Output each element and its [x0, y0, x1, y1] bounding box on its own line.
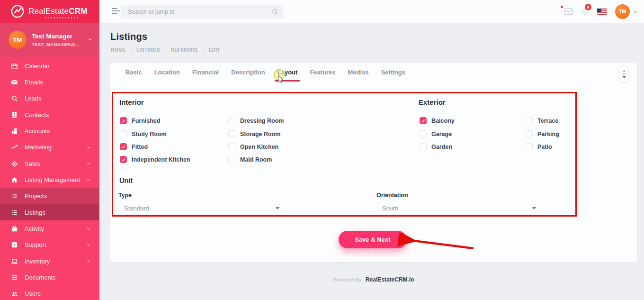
tabs-scroll-control[interactable]: [619, 66, 628, 82]
checkbox-garage[interactable]: Garage: [420, 130, 452, 137]
sidebar-item-documents[interactable]: Documents: [0, 269, 99, 285]
notifications-button[interactable]: 0: [581, 7, 589, 16]
checkbox[interactable]: [120, 143, 127, 150]
target-icon: [10, 160, 18, 167]
checkbox-study-room[interactable]: Study Room: [120, 130, 167, 137]
page-title: Listings: [110, 31, 147, 42]
profile-menu-button[interactable]: TM: [615, 4, 630, 19]
checkbox-independent-kitchen[interactable]: Independent Kitchen: [120, 156, 190, 163]
chevron-up-icon: [623, 70, 626, 72]
sidebar-item-contacts[interactable]: Contacts: [0, 107, 99, 123]
checkbox-maid-room[interactable]: Maid Room: [228, 156, 272, 163]
sidebar-item-label: Support: [25, 241, 46, 248]
checkbox[interactable]: [526, 117, 533, 124]
checkbox[interactable]: [420, 143, 427, 150]
breadcrumb-listings[interactable]: LISTINGS: [136, 47, 160, 53]
sidebar-item-projects[interactable]: Projects: [0, 188, 99, 204]
sidebar-item-users[interactable]: Users: [0, 286, 99, 300]
sidebar-item-leads[interactable]: Leads: [0, 91, 99, 107]
search-icon: [10, 95, 18, 102]
brand-logo[interactable]: RealEstateCRM: [0, 0, 99, 23]
tab-medias[interactable]: Medias: [348, 69, 369, 82]
tab-basic[interactable]: Basic: [125, 69, 142, 82]
interior-section-title: Interior: [119, 98, 144, 106]
powered-by-text: Powered By: [333, 277, 361, 282]
tab-location[interactable]: Location: [154, 69, 180, 82]
checkbox[interactable]: [420, 117, 427, 124]
sidebar-item-marketing[interactable]: Marketing: [0, 139, 99, 155]
breadcrumb: HOME› LISTINGS› REF000001› EDIT: [111, 47, 220, 53]
checkbox[interactable]: [120, 130, 127, 137]
checkbox-label: Garden: [431, 144, 452, 150]
checkbox-furnished[interactable]: Furnished: [120, 117, 160, 124]
breadcrumb-ref[interactable]: REF000001: [170, 47, 198, 53]
sidebar-item-activity[interactable]: Activity: [0, 220, 99, 236]
chevron-down-icon: [86, 227, 91, 231]
chevron-down-icon: [276, 207, 279, 209]
checkbox-garden[interactable]: Garden: [420, 143, 452, 150]
menu-toggle-icon[interactable]: [112, 8, 120, 15]
tab-financial[interactable]: Financial: [192, 69, 219, 82]
checkbox-balcony[interactable]: Balcony: [420, 117, 455, 124]
checkbox[interactable]: [526, 143, 533, 150]
checkbox[interactable]: [420, 130, 427, 137]
help-icon: ?: [10, 241, 18, 249]
chevron-down-icon: [86, 243, 91, 247]
calendar-icon: [10, 62, 18, 70]
sidebar-item-support[interactable]: ? Support: [0, 237, 99, 253]
search-icon: [271, 8, 278, 15]
sidebar-item-label: Users: [25, 290, 41, 297]
tab-layout[interactable]: Layout: [277, 69, 298, 82]
orientation-field-label: Orientation: [376, 192, 408, 199]
checkbox-open-kitchen[interactable]: Open Kitchen: [228, 143, 278, 150]
checkbox[interactable]: [228, 156, 235, 163]
checkbox-storage-room[interactable]: Storage Room: [228, 130, 280, 137]
footer: Powered By RealEstateCRM.io: [110, 275, 637, 283]
sidebar-user-menu[interactable]: TM Test Manager TEST_MANAGER@...: [0, 23, 99, 57]
messages-button[interactable]: [564, 8, 573, 15]
contact-card-icon: [10, 111, 18, 118]
sidebar-item-emails[interactable]: Emails: [0, 74, 99, 90]
search-input[interactable]: [128, 9, 271, 15]
unread-indicator: [561, 6, 563, 8]
checkbox[interactable]: [228, 117, 235, 124]
sidebar-item-listings[interactable]: Listings: [0, 204, 99, 220]
sidebar-item-accounts[interactable]: Accounts: [0, 123, 99, 139]
checkbox-fitted[interactable]: Fitted: [120, 143, 148, 150]
brand-name-bold: CRM: [69, 7, 87, 16]
sidebar-item-listing-management[interactable]: Listing Management: [0, 172, 99, 188]
checkbox-dressing-room[interactable]: Dressing Room: [228, 117, 284, 124]
orientation-select-value: South: [382, 205, 398, 212]
user-email: TEST_MANAGER@...: [32, 42, 80, 47]
briefcase-icon: [10, 225, 18, 233]
orientation-select[interactable]: South: [376, 202, 540, 215]
chevron-down-icon[interactable]: ▾: [634, 9, 636, 14]
user-meta: Test Manager TEST_MANAGER@...: [32, 33, 80, 47]
checkbox-parking[interactable]: Parking: [526, 130, 559, 137]
checkbox-label: Balcony: [431, 118, 455, 124]
app-window: RealEstateCRM TM Test Manager TEST_MANAG…: [0, 0, 644, 300]
checkbox[interactable]: [120, 156, 127, 163]
tab-settings[interactable]: Settings: [381, 69, 405, 82]
type-select[interactable]: Standard: [118, 202, 283, 215]
checkbox[interactable]: [228, 143, 235, 150]
save-next-button[interactable]: Save & Next: [339, 231, 407, 248]
checkbox-label: Dressing Room: [240, 118, 284, 124]
sidebar-item-sales[interactable]: Sales: [0, 155, 99, 172]
checkbox[interactable]: [228, 130, 235, 137]
sidebar-item-calendar[interactable]: Calendar: [0, 58, 99, 74]
tab-features[interactable]: Features: [310, 69, 335, 82]
checkbox[interactable]: [526, 130, 533, 137]
tab-description[interactable]: Description: [231, 69, 265, 82]
sidebar: RealEstateCRM TM Test Manager TEST_MANAG…: [0, 0, 99, 300]
type-field-label: Type: [118, 192, 132, 199]
sidebar-item-inventory[interactable]: Inventory: [0, 253, 99, 269]
avatar: TM: [615, 4, 630, 19]
checkbox[interactable]: [120, 117, 127, 124]
checkbox-terrace[interactable]: Terrace: [526, 117, 558, 124]
breadcrumb-home[interactable]: HOME: [111, 47, 126, 53]
language-flag-button[interactable]: [597, 9, 607, 15]
chart-icon: [10, 144, 18, 151]
sidebar-item-label: Contacts: [25, 111, 49, 118]
checkbox-patio[interactable]: Patio: [526, 143, 552, 150]
